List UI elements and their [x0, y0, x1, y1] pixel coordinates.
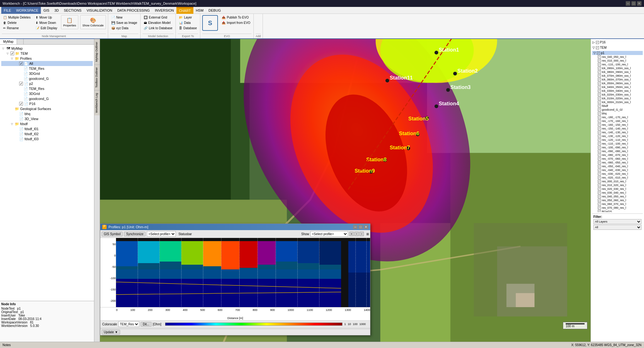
- menu-inversion[interactable]: INVERSION: [152, 7, 176, 14]
- right-item[interactable]: ✓res_040_050_res_l: [597, 195, 643, 198]
- right-item[interactable]: ✓goodcond_G_Gl: [597, 108, 643, 112]
- item-checkbox[interactable]: ✓: [598, 112, 601, 115]
- right-item[interactable]: ✓res_-120_-110_res_l: [597, 138, 643, 142]
- tree-item-3d_view[interactable]: 📄3D_View: [1, 116, 93, 121]
- menu-3d[interactable]: 3D: [52, 7, 61, 14]
- close-button[interactable]: ✕: [637, 1, 641, 6]
- vtab-toolbox-outliner[interactable]: Toolbox Outliner: [94, 64, 100, 90]
- right-item[interactable]: ✓res_030_040_res_l: [597, 191, 643, 195]
- tree-toggle-profiles[interactable]: ▽: [10, 57, 14, 60]
- menu-sections[interactable]: SECTIONS: [61, 7, 84, 14]
- right-item[interactable]: ✓tck_020m_030m_sss_l: [597, 93, 643, 97]
- profile-maximize[interactable]: □: [358, 225, 363, 229]
- gis-symbol-button[interactable]: GIS Symbol: [102, 232, 123, 236]
- tree-item-fdsdf_103[interactable]: 📄fdsdf_l03: [1, 136, 93, 141]
- tree-item-3dgrid[interactable]: 📄3DGrid: [1, 71, 93, 76]
- right-item[interactable]: ✓tck_040m_050m_sss_l: [597, 85, 643, 89]
- maximize-button[interactable]: □: [631, 1, 636, 6]
- item-checkbox[interactable]: ✓: [598, 119, 601, 123]
- publish-evo-button[interactable]: 📤 Publish To EVO: [220, 15, 252, 20]
- xyz-data-button[interactable]: 📦 xyz Data: [110, 26, 139, 30]
- colorscale-edit-button[interactable]: Dit...: [141, 322, 152, 327]
- tab-mymap[interactable]: MyMap: [0, 39, 17, 44]
- profile-close[interactable]: ✕: [364, 225, 368, 229]
- item-checkbox[interactable]: ✓: [598, 86, 601, 89]
- item-checkbox[interactable]: ✓: [598, 180, 601, 183]
- tem-checkbox[interactable]: ✓: [596, 46, 599, 49]
- edit-display-button[interactable]: 📝 Edit Display: [34, 26, 58, 30]
- right-item[interactable]: ✓tck_060m_070m_sss_l: [597, 78, 643, 81]
- right-item[interactable]: ✓res_010_000_res_l: [597, 59, 643, 63]
- menu-hsm[interactable]: HSM: [193, 7, 206, 14]
- right-item[interactable]: ✓res_-180_-170_res_l: [597, 115, 643, 119]
- right-item[interactable]: ✓tck_000m_010m_sss_l: [597, 100, 643, 104]
- item-checkbox[interactable]: ✓: [598, 199, 601, 202]
- delete-button[interactable]: 🗑 Delete: [2, 20, 32, 25]
- data-button[interactable]: 📊 Data: [178, 20, 198, 25]
- tree-item-goodcond_g2[interactable]: 📄goodcond_G: [1, 96, 93, 101]
- item-checkbox[interactable]: ✓: [598, 210, 601, 212]
- new-button[interactable]: 📄 New: [110, 15, 139, 20]
- profile-minimize[interactable]: ─: [353, 225, 358, 229]
- item-checkbox[interactable]: ✓: [598, 63, 601, 66]
- right-section-p16-header[interactable]: ▷ ✓ P16: [592, 40, 643, 44]
- tree-check-tem[interactable]: ✓: [10, 52, 14, 55]
- tree-item-profiles[interactable]: ▽📁Profiles: [1, 56, 93, 61]
- item-checkbox[interactable]: ✓: [598, 101, 601, 104]
- nav-prev-prev[interactable]: «: [349, 232, 354, 236]
- item-checkbox[interactable]: ✓: [598, 67, 601, 70]
- tree-toggle-tem[interactable]: ▽: [6, 52, 9, 55]
- tree-item-fdsdf_101[interactable]: 📄fdsdf_l01: [1, 126, 93, 131]
- right-item[interactable]: ✓tck_050m_060m_sss_l: [597, 81, 643, 85]
- right-section-p1-header[interactable]: ▽ ✓ p1: [592, 51, 643, 55]
- tree-item-mymap[interactable]: ▽🗺MyMap: [1, 46, 93, 51]
- p1-checkbox[interactable]: ✓: [597, 52, 600, 55]
- item-checkbox[interactable]: ✓: [598, 142, 601, 145]
- profile-window-controls[interactable]: ─ □ ✕: [353, 225, 368, 229]
- right-section-tem-header[interactable]: ▽ ✓ TEM: [592, 46, 643, 50]
- right-item[interactable]: ✓fdsdf: [597, 104, 643, 108]
- p16-checkbox[interactable]: ✓: [596, 41, 599, 44]
- item-checkbox[interactable]: ✓: [598, 131, 601, 134]
- item-checkbox[interactable]: ✓: [598, 74, 601, 77]
- show-colorscale-button[interactable]: 🎨 Show Colorscale: [80, 15, 106, 29]
- item-checkbox[interactable]: ✓: [598, 168, 601, 172]
- colorscale-select[interactable]: TEM_Res: [118, 321, 139, 327]
- right-item[interactable]: ✓res_040_050_res_l: [597, 55, 643, 59]
- tree-item-fdsdf[interactable]: ▽📁fdsdf: [1, 121, 93, 126]
- right-item[interactable]: ✓res_-100_-090_res_l: [597, 146, 643, 149]
- item-checkbox[interactable]: ✓: [598, 78, 601, 81]
- right-item[interactable]: ✓res_050_060_res_l: [597, 198, 643, 202]
- right-item[interactable]: ✓tck_090m_100m_sss_l: [597, 66, 643, 70]
- import-evo-button[interactable]: 📥 Import from EVO: [220, 20, 252, 25]
- tree-item-tem[interactable]: ▽✓📁TEM: [1, 51, 93, 56]
- menu-file[interactable]: FILE: [1, 7, 14, 14]
- tree-item-tem_res[interactable]: 📄TEM_Res: [1, 66, 93, 71]
- right-item[interactable]: ✓res_000_010_res_l: [597, 180, 643, 183]
- item-checkbox[interactable]: ✓: [598, 161, 601, 164]
- right-item[interactable]: ✓res_-170_-160_res_l: [597, 119, 643, 123]
- right-item[interactable]: ✓res_-030_-020_res_l: [597, 172, 643, 176]
- item-checkbox[interactable]: ✓: [598, 89, 601, 92]
- tree-item-p2[interactable]: ✓📄p2: [1, 81, 93, 86]
- nav-next[interactable]: ›: [359, 232, 364, 236]
- item-checkbox[interactable]: ✓: [598, 157, 601, 160]
- tree-item-tem_res2[interactable]: 📄TEM_Res: [1, 86, 93, 91]
- right-item[interactable]: ✓res_-070_-060_res_l: [597, 157, 643, 161]
- tree-toggle-mymap[interactable]: ▽: [1, 47, 5, 50]
- item-checkbox[interactable]: ✓: [598, 195, 601, 198]
- right-item[interactable]: ✓res_-040_-030_res_l: [597, 168, 643, 172]
- tree-toggle-fdsdf[interactable]: ▽: [10, 122, 14, 126]
- tab-properties[interactable]: [17, 39, 24, 44]
- database-button[interactable]: 🗄 Database: [178, 26, 198, 30]
- item-checkbox[interactable]: ✓: [598, 82, 601, 85]
- item-checkbox[interactable]: ✓: [598, 153, 601, 157]
- menu-workspace[interactable]: WORKSPACE: [14, 7, 41, 14]
- item-checkbox[interactable]: ✓: [598, 150, 601, 153]
- tree-item-p16[interactable]: ✓📄P16: [1, 101, 93, 106]
- item-checkbox[interactable]: ✓: [598, 206, 601, 209]
- right-item[interactable]: ✓res_-020_-010_res_l: [597, 176, 643, 180]
- right-item[interactable]: ✓res_-140_-130_res_l: [597, 130, 643, 134]
- right-item[interactable]: ✓res_-060_-050_res_l: [597, 161, 643, 164]
- right-item[interactable]: ✓res_-050_-040_res_l: [597, 164, 643, 168]
